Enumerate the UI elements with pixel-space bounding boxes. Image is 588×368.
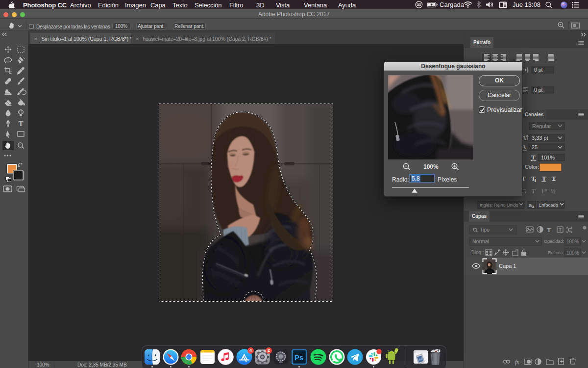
svg-text:25: 25 <box>532 144 538 150</box>
svg-text:100%: 100% <box>566 239 579 244</box>
svg-text:Opacidad:: Opacidad: <box>544 239 564 244</box>
svg-text:T: T <box>532 187 536 195</box>
svg-text:101%: 101% <box>541 155 555 160</box>
svg-text:Relleno:: Relleno: <box>548 250 564 255</box>
svg-text:T: T <box>547 226 551 234</box>
svg-text:st: st <box>544 187 548 192</box>
svg-text:½: ½ <box>551 187 556 195</box>
svg-text:1: 1 <box>541 187 544 195</box>
svg-text:fx: fx <box>515 359 519 366</box>
svg-text:3,33 pt: 3,33 pt <box>532 135 548 141</box>
svg-text:Tipo: Tipo <box>480 227 490 233</box>
svg-text:T: T <box>18 120 23 128</box>
svg-text:100%: 100% <box>566 250 579 256</box>
svg-text:Ps: Ps <box>294 353 303 362</box>
svg-text:Capa 1: Capa 1 <box>499 263 516 269</box>
svg-text:0 pt: 0 pt <box>534 67 543 73</box>
svg-text:Normal: Normal <box>472 238 489 244</box>
svg-text:Inglés: Reino Unido: Inglés: Reino Unido <box>480 203 518 208</box>
svg-text:T: T <box>542 175 546 182</box>
svg-text:a: a <box>532 204 534 209</box>
svg-text:Color:: Color: <box>525 164 539 170</box>
svg-text:Bloq.:: Bloq.: <box>471 250 484 255</box>
svg-text:Regular: Regular <box>532 123 551 129</box>
svg-text:1: 1 <box>534 178 537 183</box>
svg-text:T: T <box>552 175 556 182</box>
svg-text:0 pt: 0 pt <box>534 87 543 93</box>
svg-text:Enfocado: Enfocado <box>539 202 558 208</box>
